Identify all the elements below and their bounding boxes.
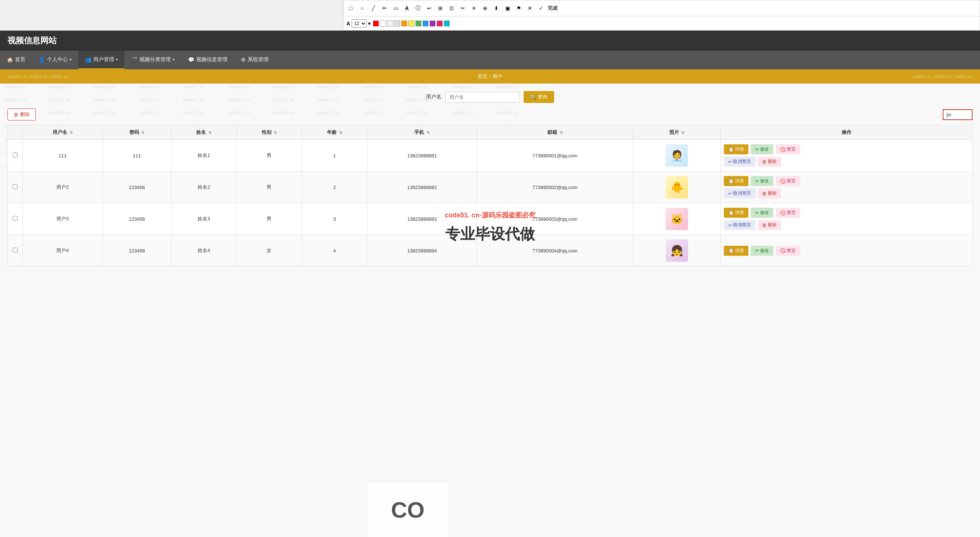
color-pink[interactable]: [437, 21, 443, 27]
color-green[interactable]: [415, 21, 422, 27]
row3-detail-label: 详情: [735, 210, 744, 216]
color-blue[interactable]: [423, 21, 428, 27]
row3-detail-button[interactable]: 📋 详情: [724, 208, 748, 218]
col-gender[interactable]: 性别 ⇅: [236, 125, 302, 140]
tool-close[interactable]: ✕: [525, 4, 535, 13]
row4-phone: 13823888884: [368, 235, 477, 267]
row1-ban-button[interactable]: 🚫 禁言: [776, 144, 800, 154]
nav-user-mgmt[interactable]: 👥 用户管理 ▾: [78, 51, 124, 69]
row1-unban-button[interactable]: ↩ 取消禁言: [724, 157, 756, 167]
nav-video-info[interactable]: 💬 视频信息管理: [181, 51, 234, 69]
row1-delete-button[interactable]: 🗑 删除: [758, 157, 781, 167]
tool-grid[interactable]: ⊞: [436, 4, 445, 13]
font-size-select[interactable]: 12 14 16 18 24: [352, 19, 367, 28]
col-age[interactable]: 年龄 ⇅: [302, 125, 368, 140]
col-username[interactable]: 用户名 ⇅: [23, 125, 103, 140]
tool-pin[interactable]: ⚑: [514, 4, 523, 13]
row3-checkbox-cell: [8, 203, 23, 235]
color-orange[interactable]: [401, 21, 407, 27]
dropdown-arrow-icon: ▾: [368, 21, 371, 27]
row4-detail-button[interactable]: 📋 详情: [724, 246, 748, 256]
row3-unban-button[interactable]: ↩ 取消禁言: [724, 220, 756, 230]
nav-profile[interactable]: 👤 个人中心 ▾: [32, 51, 78, 69]
batch-delete-label: 删除: [20, 111, 30, 118]
row2-detail-button[interactable]: 📋 详情: [724, 176, 748, 186]
col-password[interactable]: 密码 ⇅: [103, 125, 171, 140]
row2-edit-button[interactable]: ✏ 修改: [751, 176, 773, 186]
font-size-control[interactable]: A 12 14 16 18 24 ▾: [347, 19, 371, 28]
tool-copy[interactable]: ▣: [503, 4, 512, 13]
row1-detail-button[interactable]: 📋 详情: [724, 144, 748, 154]
jin-search-input[interactable]: [943, 109, 972, 120]
done-button[interactable]: 完成: [548, 5, 557, 11]
font-label: A: [347, 21, 350, 27]
col-name[interactable]: 姓名 ⇅: [171, 125, 236, 140]
user-mgmt-arrow-icon: ▾: [116, 57, 118, 62]
tool-info[interactable]: Ⓘ: [414, 4, 423, 13]
nav-profile-label: 个人中心: [47, 56, 68, 63]
color-light-gray[interactable]: [387, 21, 393, 27]
breadcrumb-home[interactable]: 首页: [478, 73, 487, 80]
row2-avatar: 🐥: [666, 176, 688, 199]
tool-download[interactable]: ⬇: [492, 4, 501, 13]
nav-video-category[interactable]: 🎬 视频分类管理 ▾: [124, 51, 181, 69]
color-yellow[interactable]: [408, 21, 414, 27]
tool-target[interactable]: ⊕: [480, 4, 490, 13]
row3-action-row1: 📋 详情 ✏ 修改 🚫: [724, 208, 800, 218]
row2-age: 2: [302, 172, 368, 203]
color-purple[interactable]: [430, 21, 436, 27]
tool-rect[interactable]: □: [347, 4, 355, 13]
col-phone[interactable]: 手机 ⇅: [368, 125, 477, 140]
tool-text[interactable]: A: [402, 4, 411, 13]
tool-rect2[interactable]: ▭: [391, 4, 400, 13]
watermark-bc6: code51.cn: [953, 74, 972, 79]
row4-edit-button[interactable]: ✏ 修改: [751, 246, 773, 256]
annotation-second-row: A 12 14 16 18 24 ▾: [343, 16, 980, 30]
row3-age: 3: [302, 203, 368, 235]
row2-unban-label: 取消禁言: [733, 190, 751, 197]
row3-email: 773890003@qq.com: [477, 203, 633, 235]
tool-mosaic[interactable]: ⊡: [447, 4, 456, 13]
tool-scissors[interactable]: ✂: [458, 4, 467, 13]
tool-undo[interactable]: ↩: [425, 4, 434, 13]
tool-pen[interactable]: ✏: [380, 4, 389, 13]
tool-star[interactable]: ✳: [469, 4, 479, 13]
detail-icon3: 📋: [728, 210, 734, 216]
row1-checkbox[interactable]: [13, 153, 18, 157]
color-cyan[interactable]: [444, 21, 450, 27]
row1-detail-label: 详情: [735, 146, 744, 153]
tool-check[interactable]: ✓: [537, 4, 546, 13]
search-input[interactable]: [445, 92, 520, 103]
row3-ban-button[interactable]: 🚫 禁言: [776, 208, 800, 218]
row2-delete-button[interactable]: 🗑 删除: [758, 188, 781, 199]
ban-icon3: 🚫: [780, 210, 786, 216]
row2-checkbox[interactable]: [13, 184, 18, 189]
sort-username-icon: ⇅: [70, 130, 73, 135]
col-email[interactable]: 邮箱 ⇅: [477, 125, 633, 140]
row2-unban-button[interactable]: ↩ 取消禁言: [724, 188, 756, 199]
tool-circle[interactable]: ○: [358, 4, 367, 13]
row3-checkbox[interactable]: [13, 216, 18, 221]
row4-ban-button[interactable]: 🚫 禁言: [776, 246, 800, 256]
row4-edit-label: 修改: [760, 248, 769, 254]
row1-edit-button[interactable]: ✏ 修改: [751, 144, 773, 154]
unban-icon3: ↩: [728, 222, 732, 228]
row4-checkbox[interactable]: [13, 248, 18, 253]
annotation-toolbar[interactable]: □ ○ ╱ ✏ ▭ A Ⓘ ↩ ⊞ ⊡ ✂ ✳ ⊕ ⬇ ▣ ⚑ ✕ ✓ 完成: [343, 0, 980, 16]
row3-delete-button[interactable]: 🗑 删除: [758, 220, 781, 230]
search-button[interactable]: 🔍 查询: [523, 91, 554, 103]
color-white[interactable]: [380, 21, 386, 27]
tool-line[interactable]: ╱: [369, 4, 378, 13]
row2-ban-button[interactable]: 🚫 禁言: [776, 176, 800, 186]
color-red[interactable]: [373, 21, 379, 27]
col-photo[interactable]: 照片 ⇅: [633, 125, 721, 140]
search-button-label: 查询: [538, 94, 547, 100]
nav-home[interactable]: 🏠 首页: [0, 51, 32, 69]
row1-email: 773890001@qq.com: [477, 140, 633, 172]
batch-delete-button[interactable]: 🗑 删除: [8, 108, 36, 121]
row3-edit-button[interactable]: ✏ 修改: [751, 208, 773, 218]
row4-username: 用户4: [23, 235, 103, 267]
color-palette: [373, 21, 450, 27]
color-gray[interactable]: [394, 21, 400, 27]
nav-system-mgmt[interactable]: ⚙ 系统管理: [234, 51, 275, 69]
